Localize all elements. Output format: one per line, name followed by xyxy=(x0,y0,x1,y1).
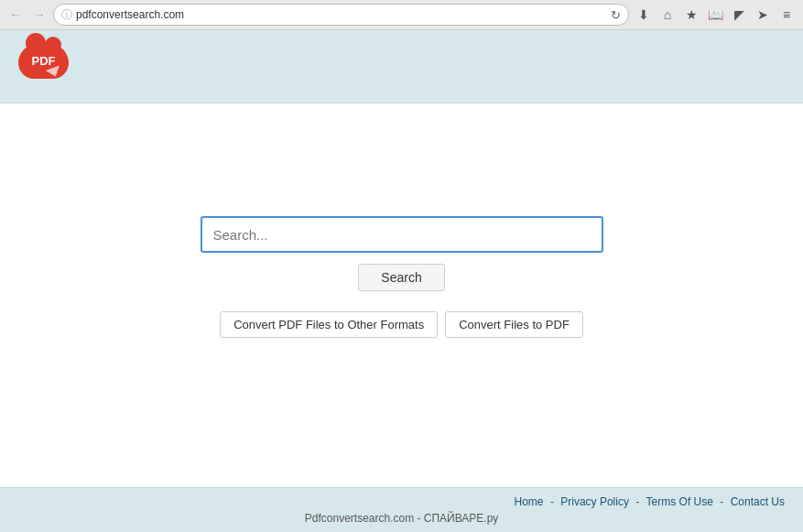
forward-button[interactable]: → xyxy=(29,5,49,25)
contact-link[interactable]: Contact Us xyxy=(731,495,785,508)
logo-cloud: PDF xyxy=(18,44,69,79)
convert-pdf-to-other-button[interactable]: Convert PDF Files to Other Formats xyxy=(220,311,438,338)
main-area: Search Convert PDF Files to Other Format… xyxy=(0,103,803,487)
browser-chrome: ← → ⓘ ↻ ⬇ ⌂ ★ 📖 ◤ ➤ ≡ xyxy=(0,0,803,30)
toolbar: ← → ⓘ ↻ ⬇ ⌂ ★ 📖 ◤ ➤ ≡ xyxy=(0,0,803,29)
home-link[interactable]: Home xyxy=(515,495,544,508)
convert-files-to-pdf-button[interactable]: Convert Files to PDF xyxy=(445,311,583,338)
reader-button[interactable]: 📖 xyxy=(704,4,726,26)
search-input[interactable] xyxy=(201,216,603,253)
site-footer: Home - Privacy Policy - Terms Of Use - C… xyxy=(0,487,803,532)
bookmark-button[interactable]: ★ xyxy=(680,4,702,26)
site-header: PDF xyxy=(0,30,803,103)
menu-button[interactable]: ≡ xyxy=(776,4,798,26)
home-button[interactable]: ⌂ xyxy=(657,4,678,26)
back-button[interactable]: ← xyxy=(5,5,26,25)
search-button[interactable]: Search xyxy=(358,264,444,291)
sep3: - xyxy=(720,495,726,508)
address-bar-wrap: ⓘ ↻ xyxy=(53,4,629,26)
pocket-button[interactable]: ◤ xyxy=(728,4,750,26)
footer-links: Home - Privacy Policy - Terms Of Use - C… xyxy=(18,495,785,508)
privacy-link[interactable]: Privacy Policy xyxy=(560,495,629,508)
toolbar-icons: ⬇ ⌂ ★ 📖 ◤ ➤ ≡ xyxy=(633,4,798,26)
reload-icon[interactable]: ↻ xyxy=(611,8,621,22)
info-icon: ⓘ xyxy=(61,7,72,23)
terms-link[interactable]: Terms Of Use xyxy=(646,495,713,508)
download-button[interactable]: ⬇ xyxy=(633,4,655,26)
logo-container: PDF xyxy=(18,44,73,90)
address-bar[interactable] xyxy=(76,8,607,21)
send-button[interactable]: ➤ xyxy=(752,4,774,26)
sep2: - xyxy=(635,495,642,508)
search-container: Search Convert PDF Files to Other Format… xyxy=(201,216,603,338)
convert-buttons: Convert PDF Files to Other Formats Conve… xyxy=(220,311,583,338)
page-content: PDF Search Convert PDF Files to Other Fo… xyxy=(0,30,803,532)
footer-bottom-text: Pdfconvertsearch.com - СПАЙВАРЕ.ру xyxy=(18,512,785,525)
sep1: - xyxy=(550,495,557,508)
logo-icon: PDF xyxy=(18,44,73,90)
logo-text: PDF xyxy=(32,54,56,68)
